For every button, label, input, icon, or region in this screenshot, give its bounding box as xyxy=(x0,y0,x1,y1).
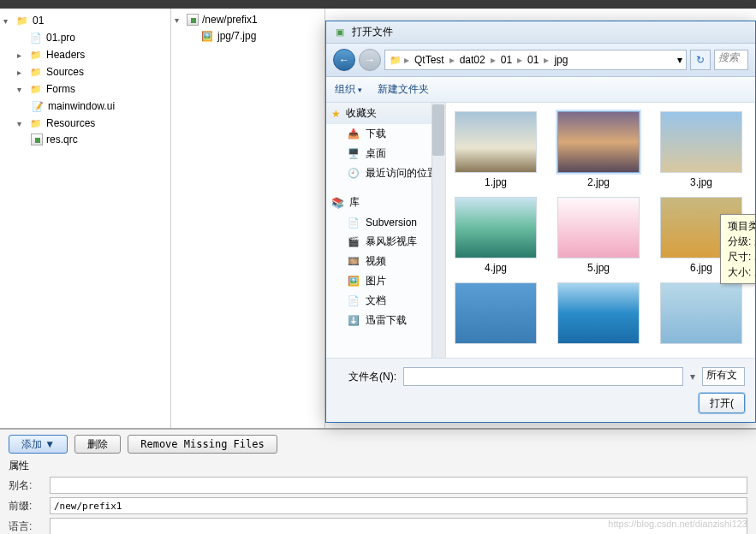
file-thumb[interactable]: 1.jpg xyxy=(453,111,539,188)
dialog-title: 打开文件 xyxy=(352,25,393,39)
favorites-label: 收藏夹 xyxy=(346,106,377,121)
file-thumb[interactable]: 5.jpg xyxy=(556,197,641,274)
thumbnail-image xyxy=(660,282,742,344)
dialog-sidebar: ★ 收藏夹 📥 下载 🖥️ 桌面 🕘 最近访问的位置 📚 库 📄 xyxy=(326,103,446,358)
file-thumb[interactable] xyxy=(658,282,744,344)
svn-icon: 📄 xyxy=(347,216,360,229)
forms-folder[interactable]: 📁 Forms xyxy=(0,80,170,98)
filename-label: 文件名(N): xyxy=(336,370,396,384)
file-grid: 1.jpg 2.jpg 3.jpg 4.jpg 5.jpg 6.jpg 项目类型… xyxy=(446,103,755,358)
thumbnail-image xyxy=(455,282,537,344)
chevron-right-icon: ▸ xyxy=(404,54,409,66)
folder-icon: 📁 xyxy=(29,116,43,130)
back-button[interactable]: ← xyxy=(333,49,355,71)
resource-file-item[interactable]: 🖼️ jpg/7.jpg xyxy=(171,27,324,44)
delete-button[interactable]: 删除 xyxy=(74,435,121,454)
libraries-group[interactable]: 📚 库 xyxy=(326,192,445,213)
prefix-icon xyxy=(187,14,199,26)
recent-icon: 🕘 xyxy=(347,167,360,181)
add-button[interactable]: 添加 ▼ xyxy=(9,435,68,454)
prefix-item[interactable]: /new/prefix1 xyxy=(171,12,324,27)
sidebar-storm[interactable]: 🎬 暴风影视库 xyxy=(326,232,445,252)
refresh-button[interactable]: ↻ xyxy=(690,50,711,70)
crumb[interactable]: jpg xyxy=(551,54,571,66)
chevron-right-icon: ▸ xyxy=(544,54,549,66)
sidebar-xunlei[interactable]: ⬇️ 迅雷下载 xyxy=(326,311,445,330)
sources-label: Sources xyxy=(46,66,84,78)
chevron-right-icon: ▸ xyxy=(449,54,455,66)
favorites-group[interactable]: ★ 收藏夹 xyxy=(326,103,445,124)
sidebar-documents[interactable]: 📄 文档 xyxy=(326,291,445,311)
folder-icon: 📁 xyxy=(389,53,402,67)
organize-menu[interactable]: 组织 xyxy=(335,82,362,97)
image-icon: 🖼️ xyxy=(200,29,214,43)
file-open-dialog: ▣ 打开文件 ← → 📁 ▸ QtTest ▸ dat02 ▸ 01 ▸ 01 … xyxy=(325,21,756,423)
breadcrumb[interactable]: 📁 ▸ QtTest ▸ dat02 ▸ 01 ▸ 01 ▸ jpg ▾ xyxy=(384,50,687,70)
project-root[interactable]: 📁 01 xyxy=(0,12,170,29)
resources-folder[interactable]: 📁 Resources xyxy=(0,115,170,132)
sidebar-desktop[interactable]: 🖥️ 桌面 xyxy=(326,144,445,163)
file-thumb[interactable]: 3.jpg xyxy=(658,111,744,188)
expand-icon[interactable] xyxy=(175,15,183,25)
properties-heading: 属性 xyxy=(9,459,29,473)
scrollbar-thumb[interactable] xyxy=(432,104,444,156)
prefix-label: /new/prefix1 xyxy=(202,14,258,26)
qrc-file-item[interactable]: res.qrc xyxy=(0,132,170,147)
sidebar-pictures[interactable]: 🖼️ 图片 xyxy=(326,271,445,291)
thumbnail-image xyxy=(660,111,742,173)
dialog-bottom: 文件名(N): ▾ 所有文 打开( xyxy=(326,358,755,422)
sidebar-subversion[interactable]: 📄 Subversion xyxy=(326,213,445,232)
expand-icon[interactable] xyxy=(17,85,26,94)
folder-icon: 📁 xyxy=(29,65,43,79)
crumb[interactable]: 01 xyxy=(497,54,515,66)
forward-button[interactable]: → xyxy=(359,49,381,71)
expand-icon[interactable] xyxy=(17,50,26,60)
sources-folder[interactable]: 📁 Sources xyxy=(0,63,170,80)
prefix-input[interactable] xyxy=(50,497,747,514)
prefix-label: 前缀: xyxy=(9,499,43,513)
forms-label: Forms xyxy=(46,83,75,95)
download-icon: ⬇️ xyxy=(347,314,360,328)
crumb[interactable]: dat02 xyxy=(456,54,489,66)
dropdown-icon[interactable]: ▾ xyxy=(677,54,682,66)
scrollbar[interactable] xyxy=(432,103,445,358)
expand-icon[interactable] xyxy=(17,68,26,77)
search-input[interactable]: 搜索 xyxy=(714,50,748,70)
file-tooltip: 项目类型: WPS看图 JPG 图片文 分级: 未分级 尺寸: 1024 x 7… xyxy=(720,214,755,284)
dialog-titlebar[interactable]: ▣ 打开文件 xyxy=(326,21,755,44)
dialog-toolbar: 组织 新建文件夹 xyxy=(326,77,755,103)
expand-icon[interactable] xyxy=(17,119,26,128)
pro-file-label: 01.pro xyxy=(46,32,75,44)
file-thumb[interactable]: 2.jpg xyxy=(556,111,641,188)
file-filter-dropdown[interactable]: 所有文 xyxy=(702,367,745,386)
file-thumb[interactable] xyxy=(453,282,539,344)
video-icon: 🎬 xyxy=(347,235,360,249)
file-icon: 📄 xyxy=(29,31,43,44)
open-button[interactable]: 打开( xyxy=(699,393,745,413)
filename-input[interactable] xyxy=(403,367,683,386)
remove-missing-button[interactable]: Remove Missing Files xyxy=(128,435,277,454)
expand-icon[interactable] xyxy=(3,16,12,26)
pro-file-item[interactable]: 📄 01.pro xyxy=(0,29,170,46)
resource-file-label: jpg/7.jpg xyxy=(217,30,256,42)
chevron-right-icon: ▸ xyxy=(517,54,522,66)
alias-label: 别名: xyxy=(9,478,43,493)
file-thumb[interactable]: 4.jpg xyxy=(453,197,539,274)
sidebar-videos[interactable]: 🎞️ 视频 xyxy=(326,252,445,271)
documents-icon: 📄 xyxy=(347,294,360,308)
file-thumb[interactable] xyxy=(556,282,641,344)
new-folder-button[interactable]: 新建文件夹 xyxy=(378,82,429,97)
sidebar-downloads[interactable]: 📥 下载 xyxy=(326,124,445,144)
thumbnail-image xyxy=(557,197,640,258)
sidebar-recent[interactable]: 🕘 最近访问的位置 xyxy=(326,163,445,183)
chevron-right-icon: ▸ xyxy=(491,54,496,66)
folder-icon: 📁 xyxy=(29,82,43,96)
crumb[interactable]: 01 xyxy=(524,54,542,66)
crumb[interactable]: QtTest xyxy=(411,54,448,66)
headers-folder[interactable]: 📁 Headers xyxy=(0,46,170,63)
ui-file-item[interactable]: 📝 mainwindow.ui xyxy=(0,98,170,115)
dropdown-icon[interactable]: ▾ xyxy=(690,371,695,383)
pictures-icon: 🖼️ xyxy=(347,275,360,288)
alias-input[interactable] xyxy=(50,477,747,494)
project-icon: 📁 xyxy=(15,14,29,27)
